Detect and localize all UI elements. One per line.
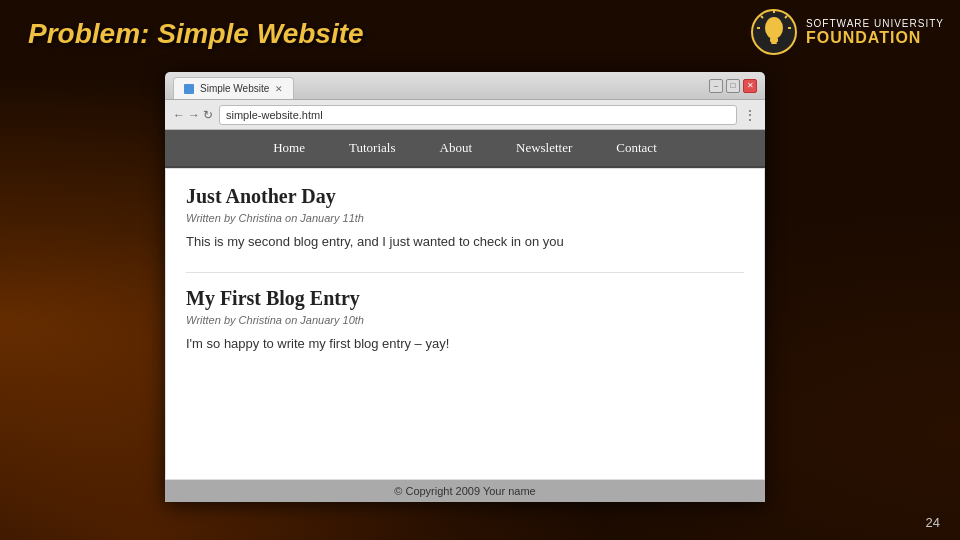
window-controls: – □ ✕ [709, 79, 757, 93]
post-2-title: My First Blog Entry [186, 287, 744, 310]
website-content: Home Tutorials About Newsletter Contact … [165, 130, 765, 502]
browser-titlebar: Simple Website ✕ – □ ✕ [165, 72, 765, 100]
nav-about[interactable]: About [418, 132, 495, 164]
logo-text-top: SOFTWARE UNIVERSITY [806, 18, 944, 29]
close-button[interactable]: ✕ [743, 79, 757, 93]
site-main: Just Another Day Written by Christina on… [165, 168, 765, 480]
post-1-meta: Written by Christina on January 11th [186, 212, 744, 224]
reload-button[interactable]: ↻ [203, 108, 213, 122]
logo-text: SOFTWARE UNIVERSITY FOUNDATION [806, 18, 944, 47]
slide-title: Problem: Simple Website [28, 18, 364, 50]
post-1-title: Just Another Day [186, 185, 744, 208]
minimize-button[interactable]: – [709, 79, 723, 93]
svg-point-1 [765, 17, 783, 39]
post-2-meta: Written by Christina on January 10th [186, 314, 744, 326]
site-footer: © Copyright 2009 Your name [165, 480, 765, 502]
tab-area: Simple Website ✕ [173, 72, 701, 99]
browser-window: Simple Website ✕ – □ ✕ ← → ↻ ⋮ Home Tuto… [165, 72, 765, 502]
post-divider [186, 272, 744, 273]
site-nav: Home Tutorials About Newsletter Contact [165, 130, 765, 168]
page-number: 24 [926, 515, 940, 530]
nav-contact[interactable]: Contact [594, 132, 678, 164]
svg-line-6 [761, 16, 763, 18]
post-1-body: This is my second blog entry, and I just… [186, 232, 744, 252]
address-input[interactable] [219, 105, 737, 125]
tab-close-icon[interactable]: ✕ [275, 84, 283, 94]
forward-button[interactable]: → [188, 108, 200, 122]
logo-area: SOFTWARE UNIVERSITY FOUNDATION [750, 8, 944, 56]
nav-home[interactable]: Home [251, 132, 327, 164]
browser-tab[interactable]: Simple Website ✕ [173, 77, 294, 99]
footer-text: © Copyright 2009 Your name [394, 485, 535, 497]
svg-rect-3 [771, 42, 777, 44]
nav-tutorials[interactable]: Tutorials [327, 132, 417, 164]
logo-icon [750, 8, 798, 56]
tab-title: Simple Website [200, 83, 269, 94]
back-button[interactable]: ← [173, 108, 185, 122]
nav-buttons: ← → ↻ [173, 108, 213, 122]
browser-menu-icon[interactable]: ⋮ [743, 107, 757, 123]
logo-text-bottom: FOUNDATION [806, 29, 921, 47]
svg-line-5 [785, 16, 787, 18]
nav-newsletter[interactable]: Newsletter [494, 132, 594, 164]
browser-addressbar: ← → ↻ ⋮ [165, 100, 765, 130]
svg-rect-2 [770, 38, 778, 42]
maximize-button[interactable]: □ [726, 79, 740, 93]
blog-post-2: My First Blog Entry Written by Christina… [186, 287, 744, 354]
tab-favicon [184, 84, 194, 94]
post-2-body: I'm so happy to write my first blog entr… [186, 334, 744, 354]
blog-post-1: Just Another Day Written by Christina on… [186, 185, 744, 252]
